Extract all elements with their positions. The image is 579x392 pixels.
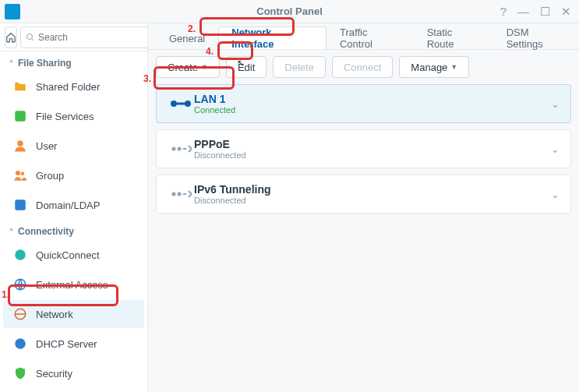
- shield-icon: [12, 366, 28, 381]
- tab-dsm-settings[interactable]: DSM Settings: [493, 26, 579, 49]
- manage-button[interactable]: Manage▼: [399, 56, 469, 78]
- interface-name: IPv6 Tunneling: [194, 183, 551, 196]
- lan-icon: [168, 97, 194, 110]
- sidebar-item-security[interactable]: Security: [3, 359, 144, 387]
- button-label: Create: [168, 62, 198, 73]
- sidebar-item-label: Domain/LDAP: [36, 200, 100, 211]
- connect-button[interactable]: Connect: [332, 56, 393, 78]
- main-panel: General Network Interface Traffic Contro…: [148, 23, 579, 392]
- search-box[interactable]: [20, 26, 161, 48]
- sidebar-item-network[interactable]: Network: [3, 300, 144, 328]
- sidebar-item-file-services[interactable]: File Services: [3, 102, 144, 130]
- interface-lan1[interactable]: LAN 1 Connected ⌄: [156, 84, 571, 123]
- interface-name: LAN 1: [194, 93, 551, 105]
- sidebar-section-system[interactable]: ˄ System: [0, 388, 147, 392]
- interface-list: LAN 1 Connected ⌄ PPPoE Disconnected ⌄ I…: [148, 84, 579, 214]
- svg-point-3: [17, 140, 23, 147]
- home-button[interactable]: [5, 26, 17, 48]
- svg-point-14: [173, 148, 175, 150]
- svg-point-5: [21, 172, 25, 176]
- sidebar-item-external-access[interactable]: External Access: [3, 270, 144, 298]
- svg-point-4: [16, 171, 20, 175]
- caret-down-icon: ▼: [201, 63, 208, 71]
- home-icon: [5, 32, 16, 43]
- interface-status: Disconnected: [194, 196, 551, 205]
- toolbar: Create▼ Edit Delete Connect Manage▼: [148, 50, 579, 84]
- delete-button[interactable]: Delete: [273, 56, 326, 78]
- sidebar-item-label: User: [36, 140, 57, 152]
- sidebar-section-connectivity[interactable]: ˄ Connectivity: [0, 220, 147, 240]
- sidebar-item-label: Shared Folder: [36, 81, 100, 93]
- button-label: Delete: [284, 62, 314, 73]
- sidebar-item-shared-folder[interactable]: Shared Folder: [3, 72, 144, 101]
- group-icon: [12, 168, 28, 183]
- tab-general[interactable]: General: [156, 26, 218, 49]
- svg-point-11: [171, 101, 177, 107]
- sidebar-item-label: External Access: [36, 279, 108, 291]
- window-title: Control Panel: [256, 5, 323, 17]
- edit-button[interactable]: Edit: [226, 56, 267, 78]
- minimize-icon[interactable]: —: [517, 5, 529, 19]
- button-label: Edit: [238, 62, 255, 73]
- sidebar-section-file-sharing[interactable]: ˄ File Sharing: [0, 51, 147, 72]
- svg-rect-6: [15, 200, 26, 210]
- ldap-icon: [12, 197, 28, 213]
- sidebar-item-label: QuickConnect: [36, 249, 100, 261]
- svg-point-10: [15, 338, 26, 349]
- tab-label: DSM Settings: [507, 26, 566, 50]
- help-icon[interactable]: ?: [500, 5, 507, 19]
- quickconnect-icon: [12, 247, 28, 263]
- network-icon: [12, 306, 28, 322]
- file-services-icon: [12, 108, 28, 124]
- dhcp-icon: [12, 336, 28, 351]
- close-icon[interactable]: ✕: [561, 5, 571, 19]
- chevron-down-icon[interactable]: ⌄: [551, 143, 560, 155]
- pppoe-icon: [168, 143, 194, 155]
- svg-point-7: [15, 249, 26, 260]
- svg-line-1: [32, 38, 34, 41]
- caret-down-icon: ▼: [450, 63, 457, 71]
- globe-icon: [12, 277, 28, 292]
- maximize-icon[interactable]: ☐: [540, 5, 550, 19]
- button-label: Manage: [411, 62, 447, 73]
- sidebar-item-group[interactable]: Group: [3, 161, 144, 189]
- titlebar: Control Panel ? — ☐ ✕: [0, 0, 579, 23]
- sidebar-item-domain-ldap[interactable]: Domain/LDAP: [3, 191, 144, 219]
- svg-point-13: [185, 101, 191, 107]
- interface-status: Connected: [194, 105, 551, 115]
- chevron-up-icon: ˄: [9, 228, 13, 236]
- svg-point-16: [173, 193, 175, 196]
- tab-label: Static Route: [427, 26, 480, 50]
- interface-ipv6-tunneling[interactable]: IPv6 Tunneling Disconnected ⌄: [156, 175, 571, 214]
- section-label: Connectivity: [18, 226, 74, 237]
- svg-rect-2: [15, 111, 26, 122]
- tab-network-interface[interactable]: Network Interface: [218, 26, 327, 49]
- section-label: File Sharing: [18, 58, 72, 69]
- sidebar-item-label: Security: [36, 368, 72, 380]
- interface-name: PPPoE: [194, 138, 551, 150]
- chevron-down-icon[interactable]: ⌄: [551, 189, 560, 200]
- chevron-down-icon[interactable]: ⌄: [551, 98, 560, 110]
- search-input[interactable]: [38, 32, 155, 43]
- svg-point-0: [27, 34, 33, 39]
- sidebar-item-quickconnect[interactable]: QuickConnect: [3, 241, 144, 269]
- tab-label: Network Interface: [231, 26, 313, 50]
- tab-static-route[interactable]: Static Route: [414, 26, 493, 49]
- sidebar-item-label: DHCP Server: [36, 338, 97, 350]
- sidebar-item-label: Group: [36, 170, 64, 182]
- tab-bar: General Network Interface Traffic Contro…: [148, 23, 579, 50]
- user-icon: [12, 138, 28, 154]
- tunnel-icon: [168, 188, 194, 200]
- tab-traffic-control[interactable]: Traffic Control: [327, 26, 414, 49]
- interface-pppoe[interactable]: PPPoE Disconnected ⌄: [156, 129, 571, 168]
- interface-status: Disconnected: [194, 150, 551, 160]
- tab-label: General: [169, 33, 205, 44]
- svg-point-17: [178, 193, 181, 196]
- create-button[interactable]: Create▼: [156, 56, 220, 78]
- sidebar-item-user[interactable]: User: [3, 132, 144, 160]
- search-icon: [26, 33, 35, 42]
- sidebar-item-dhcp-server[interactable]: DHCP Server: [3, 330, 144, 358]
- sidebar: ˄ File Sharing Shared Folder File Servic…: [0, 23, 148, 392]
- sidebar-item-label: File Services: [36, 111, 94, 122]
- sidebar-item-label: Network: [36, 309, 73, 320]
